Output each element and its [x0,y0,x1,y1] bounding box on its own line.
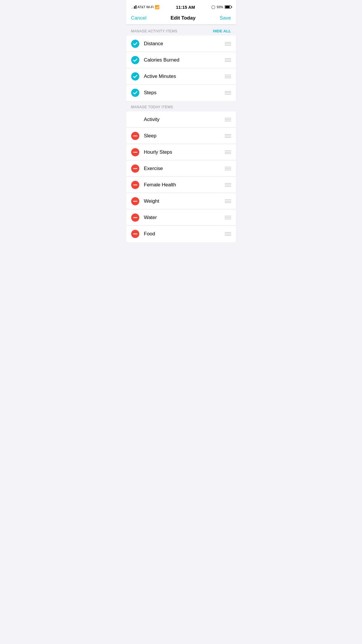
item-label: Weight [144,198,225,204]
list-item: Weight [126,193,236,209]
drag-handle[interactable] [225,91,231,94]
drag-handle[interactable] [225,167,231,170]
status-bar: AT&T Wi-Fi 📶 11:15 AM ◯ 93% [126,0,236,13]
carrier-label: AT&T Wi-Fi [138,5,154,9]
list-item: Active Minutes [126,68,236,85]
minus-symbol-icon [133,184,138,186]
item-label: Distance [144,41,225,47]
list-item: Hourly Steps [126,144,236,160]
list-item: Steps [126,85,236,101]
status-left: AT&T Wi-Fi 📶 [131,5,160,9]
list-item: Water [126,209,236,226]
drag-handle[interactable] [225,58,231,62]
activity-section-header: MANAGE ACTIVITY ITEMS HIDE ALL [126,25,236,36]
item-label: Active Minutes [144,74,225,79]
minus-icon[interactable] [131,148,139,156]
status-right: ◯ 93% [211,5,231,9]
minus-icon[interactable] [131,164,139,173]
minus-icon[interactable] [131,181,139,189]
minus-symbol-icon [133,135,138,136]
drag-handle[interactable] [225,42,231,46]
drag-handle[interactable] [225,150,231,154]
checked-icon[interactable] [131,56,139,64]
item-label: Hourly Steps [144,149,225,155]
minus-icon[interactable] [131,132,139,140]
minus-symbol-icon [133,233,138,235]
list-item: Exercise [126,160,236,177]
drag-handle[interactable] [225,183,231,187]
item-label: Female Health [144,182,225,188]
list-item: Food [126,226,236,242]
location-icon: ◯ [211,5,215,9]
item-label: Calories Burned [144,57,225,63]
status-time: 11:15 AM [176,5,195,10]
checked-icon[interactable] [131,72,139,80]
checked-icon[interactable] [131,40,139,48]
drag-handle[interactable] [225,232,231,236]
item-label: Food [144,231,225,237]
checkmark-icon [133,58,138,62]
item-label: Water [144,215,225,220]
nav-bar: Cancel Edit Today Save [126,13,236,25]
checkmark-icon [133,90,138,95]
wifi-icon: 📶 [155,5,159,9]
drag-handle[interactable] [225,200,231,203]
minus-icon[interactable] [131,214,139,222]
battery-icon [225,5,231,9]
drag-handle[interactable] [225,216,231,219]
minus-symbol-icon [133,152,138,153]
save-button[interactable]: Save [220,15,231,21]
drag-handle[interactable] [225,75,231,78]
minus-icon[interactable] [131,230,139,238]
item-label: Steps [144,90,225,96]
signal-bars-icon [131,5,136,9]
list-item: Activity [126,111,236,128]
list-item: Sleep [126,128,236,144]
list-item: Distance [126,36,236,52]
battery-fill [225,6,230,8]
today-section-header: MANAGE TODAY ITEMS [126,101,236,111]
checkmark-icon [133,74,138,79]
today-section-label: MANAGE TODAY ITEMS [131,105,173,109]
bottom-divider [126,242,236,247]
today-list: Activity Sleep Hourly Step [126,111,236,242]
drag-handle[interactable] [225,134,231,138]
minus-icon[interactable] [131,197,139,205]
hide-all-button[interactable]: HIDE ALL [213,29,231,33]
item-label: Activity [144,117,225,123]
drag-handle[interactable] [225,118,231,121]
activity-section: MANAGE ACTIVITY ITEMS HIDE ALL Distance … [126,25,236,101]
cancel-button[interactable]: Cancel [131,15,147,21]
checked-icon[interactable] [131,89,139,97]
list-item: Calories Burned [126,52,236,68]
battery-percentage: 93% [217,5,223,9]
no-icon-spacer [131,116,139,124]
item-label: Sleep [144,133,225,139]
minus-symbol-icon [133,217,138,218]
minus-symbol-icon [133,168,138,169]
activity-list: Distance Calories Burned A [126,36,236,101]
checkmark-icon [133,41,138,46]
activity-section-label: MANAGE ACTIVITY ITEMS [131,29,178,33]
item-label: Exercise [144,166,225,172]
today-section: MANAGE TODAY ITEMS Activity Sleep [126,101,236,242]
page-title: Edit Today [171,15,196,21]
minus-symbol-icon [133,201,138,202]
list-item: Female Health [126,177,236,193]
